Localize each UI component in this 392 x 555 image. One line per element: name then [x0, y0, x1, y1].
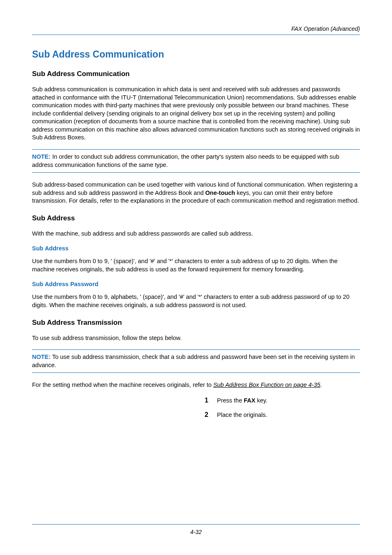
sec1-paragraph-2: Sub address-based communication can be u… — [32, 181, 360, 205]
step-1: 1 Press the FAX key. — [205, 396, 360, 405]
note-label: NOTE: — [32, 153, 51, 160]
steps-list: 1 Press the FAX key. 2 Place the origina… — [205, 396, 360, 419]
step-2: 2 Place the originals. — [205, 410, 360, 419]
note-text: To use sub address transmission, check t… — [32, 354, 355, 368]
section-heading-sub-address-communication: Sub Address Communication — [32, 70, 360, 78]
step-text: Place the originals. — [217, 411, 267, 419]
section-heading-sub-address: Sub Address — [32, 214, 360, 222]
sub-heading-sub-address-password: Sub Address Password — [32, 281, 360, 287]
sec2-sub1-paragraph: Use the numbers from 0 to 9, ' (space)',… — [32, 257, 360, 273]
sec1-paragraph: Sub address communication is communicati… — [32, 86, 360, 142]
sec3-paragraph: To use sub address transmission, follow … — [32, 334, 360, 342]
step-number: 2 — [205, 410, 217, 419]
running-head: FAX Operation (Advanced) — [32, 25, 360, 35]
section-heading-sub-address-transmission: Sub Address Transmission — [32, 319, 360, 327]
step-number: 1 — [205, 396, 217, 405]
page-title: Sub Address Communication — [32, 49, 360, 60]
sec2-sub2-paragraph: Use the numbers from 0 to 9, alphabets, … — [32, 293, 360, 309]
note-box-1: NOTE: In order to conduct sub address co… — [32, 149, 360, 173]
note-text: In order to conduct sub address communic… — [32, 153, 339, 168]
sec3-paragraph-2: For the setting method when the machine … — [32, 381, 360, 389]
note-box-2: NOTE: To use sub address transmission, c… — [32, 349, 360, 373]
cross-reference-link[interactable]: Sub Address Box Function on page 4-35 — [213, 382, 321, 388]
page-number: 4-32 — [32, 524, 360, 535]
note-label: NOTE: — [32, 354, 51, 360]
sub-heading-sub-address: Sub Address — [32, 245, 360, 252]
sec2-paragraph: With the machine, sub address and sub ad… — [32, 230, 360, 238]
step-text: Press the FAX key. — [217, 397, 267, 405]
